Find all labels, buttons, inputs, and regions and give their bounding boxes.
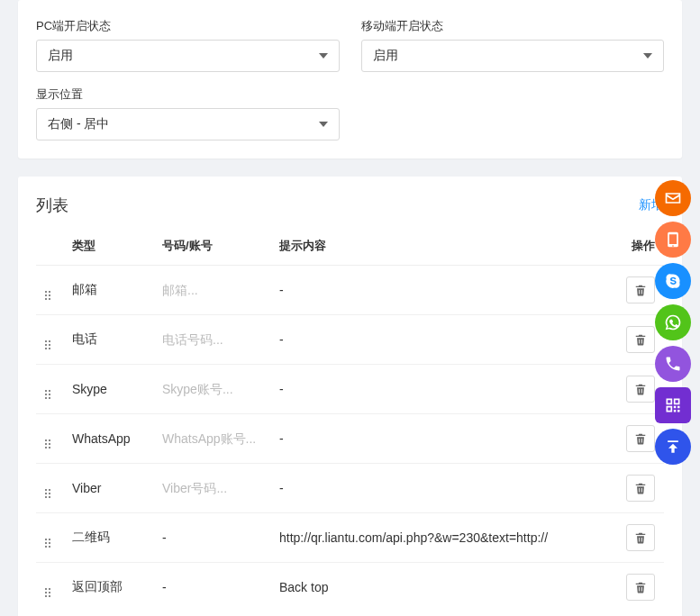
drag-handle-icon[interactable]	[45, 489, 50, 498]
mobile-status-group: 移动端开启状态 启用	[361, 18, 665, 72]
row-hint: -	[279, 332, 550, 347]
trash-icon	[634, 531, 647, 544]
delete-button[interactable]	[626, 425, 655, 452]
drag-handle-icon[interactable]	[45, 439, 50, 448]
col-drag-header	[36, 227, 63, 266]
mobile-status-label: 移动端开启状态	[361, 18, 665, 34]
row-account: -	[153, 513, 270, 563]
table-row: Skype-	[36, 365, 664, 414]
chevron-down-icon	[319, 122, 328, 127]
row-hint: -	[279, 481, 550, 495]
table-row: 二维码-http://qr.liantu.com/api.php?&w=230&…	[36, 513, 664, 563]
account-input[interactable]	[162, 431, 261, 446]
list-table: 类型 号码/账号 提示内容 操作 邮箱-电话-Skype-WhatsApp-Vi…	[36, 227, 664, 611]
table-row: 电话-	[36, 315, 664, 365]
table-row: 返回顶部-Back top	[36, 563, 664, 612]
settings-card: PC端开启状态 启用 移动端开启状态 启用 显示位置 右侧 - 居中	[18, 0, 682, 159]
delete-button[interactable]	[626, 326, 655, 353]
float-skype-button[interactable]	[655, 263, 691, 299]
float-rail	[655, 180, 691, 465]
row-account: -	[153, 563, 270, 612]
account-input[interactable]	[162, 382, 261, 396]
position-label: 显示位置	[36, 86, 340, 103]
drag-handle-icon[interactable]	[45, 588, 50, 597]
list-card: 列表 新增 类型 号码/账号 提示内容 操作 邮箱-电话-Skype-Whats…	[18, 177, 682, 616]
drag-handle-icon[interactable]	[45, 539, 50, 548]
chevron-down-icon	[643, 53, 652, 59]
float-email-button[interactable]	[655, 180, 691, 216]
row-hint: -	[279, 382, 550, 396]
row-type: Skype	[63, 365, 153, 414]
list-title: 列表	[36, 195, 68, 216]
pc-status-group: PC端开启状态 启用	[36, 18, 340, 72]
row-type: 返回顶部	[63, 563, 153, 612]
pc-status-label: PC端开启状态	[36, 18, 340, 34]
row-type: WhatsApp	[63, 414, 153, 464]
mobile-status-value: 启用	[373, 48, 644, 64]
phone-icon	[664, 231, 682, 249]
table-row: 邮箱-	[36, 266, 664, 315]
account-input[interactable]	[162, 481, 261, 495]
pc-status-select[interactable]: 启用	[36, 40, 340, 72]
float-backtop-button[interactable]	[655, 429, 691, 465]
col-type-header: 类型	[63, 227, 153, 266]
pc-status-value: 启用	[48, 48, 319, 64]
position-select[interactable]: 右侧 - 居中	[36, 108, 340, 140]
row-hint: -	[279, 431, 550, 446]
delete-button[interactable]	[626, 475, 655, 502]
drag-handle-icon[interactable]	[45, 340, 50, 349]
drag-handle-icon[interactable]	[45, 291, 50, 300]
col-account-header: 号码/账号	[153, 227, 270, 266]
col-hint-header: 提示内容	[270, 227, 610, 266]
row-type: Viber	[63, 464, 153, 513]
row-type: 二维码	[63, 513, 153, 563]
delete-button[interactable]	[626, 376, 655, 403]
trash-icon	[634, 333, 647, 346]
skype-icon	[664, 272, 682, 290]
whatsapp-icon	[664, 313, 682, 331]
trash-icon	[634, 581, 647, 593]
position-group: 显示位置 右侧 - 居中	[36, 86, 340, 140]
table-row: WhatsApp-	[36, 414, 664, 464]
drag-handle-icon[interactable]	[45, 390, 50, 399]
viber-icon	[664, 355, 682, 373]
float-qrcode-button[interactable]	[655, 387, 691, 423]
row-hint: -	[279, 283, 550, 297]
account-input[interactable]	[162, 332, 261, 347]
list-header: 列表 新增	[36, 195, 664, 216]
trash-icon	[634, 383, 647, 395]
email-icon	[664, 189, 682, 207]
float-phone-button[interactable]	[655, 222, 691, 258]
mobile-status-select[interactable]: 启用	[361, 40, 665, 72]
account-input[interactable]	[162, 283, 261, 297]
trash-icon	[634, 284, 647, 296]
position-value: 右侧 - 居中	[48, 116, 319, 132]
delete-button[interactable]	[626, 276, 655, 303]
float-whatsapp-button[interactable]	[655, 304, 691, 340]
qrcode-icon	[664, 396, 682, 414]
row-type: 邮箱	[63, 266, 153, 315]
backtop-icon	[664, 438, 682, 456]
chevron-down-icon	[319, 53, 328, 59]
table-row: Viber-	[36, 464, 664, 513]
float-viber-button[interactable]	[655, 346, 691, 382]
delete-button[interactable]	[626, 524, 655, 551]
row-type: 电话	[63, 315, 153, 365]
trash-icon	[634, 482, 647, 494]
row-hint: http://qr.liantu.com/api.php?&w=230&text…	[279, 530, 550, 545]
delete-button[interactable]	[626, 574, 655, 601]
trash-icon	[634, 432, 647, 445]
row-hint: Back top	[279, 580, 550, 594]
